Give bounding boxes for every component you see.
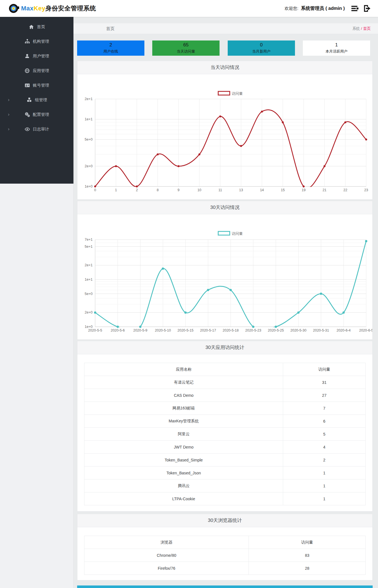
svg-text:11: 11 [218, 188, 222, 192]
page-title: 首页 [106, 23, 115, 34]
svg-text:2e+1: 2e+1 [85, 97, 93, 101]
session-list-icon[interactable] [350, 4, 360, 13]
table-cell: 阿里云 [84, 428, 283, 441]
app-title: MaxKey身份安全管理系统 [21, 4, 96, 13]
svg-text:1e+1: 1e+1 [85, 117, 93, 121]
column-header: 应用名称 [84, 363, 283, 376]
table-row: Firefox/7628 [84, 562, 366, 575]
maxkey-dashboard: MaxKey身份安全管理系统 欢迎您: 系统管理员 ( admin ) [0, 0, 378, 588]
table-cell: Chrome/80 [84, 549, 249, 562]
column-header: 访问量 [283, 363, 366, 376]
sidebar-item-label: 日志审计 [33, 127, 49, 132]
cubes-icon [26, 97, 32, 103]
sidebar-item-label: 配置管理 [33, 112, 49, 117]
stat-card-3: 0当月新用户 [228, 40, 295, 56]
sidebar-item-label: 机构管理 [33, 39, 49, 44]
home-icon [28, 24, 34, 30]
svg-text:2020-5-23: 2020-5-23 [245, 328, 261, 332]
app-visits-panel: 30天应用访问统计 应用名称访问量有道云笔记31CAS Demo27网易163邮… [77, 341, 373, 512]
svg-text:5e+0: 5e+0 [85, 138, 93, 141]
table-cell: 4 [283, 441, 366, 454]
sidebar-item-5[interactable]: 账号管理 [0, 78, 73, 93]
stat-card-1: 2用户在线 [77, 40, 144, 56]
table-cell: 5 [283, 428, 366, 441]
table-cell: 27 [283, 389, 366, 402]
table-cell: 31 [283, 376, 366, 389]
svg-text:22: 22 [343, 188, 347, 192]
sidebar-item-1[interactable]: 首页 [0, 19, 73, 34]
svg-text:5e+0: 5e+0 [85, 292, 93, 296]
svg-text:2020-6-4: 2020-6-4 [337, 328, 351, 332]
table-row: CAS Demo27 [84, 389, 366, 402]
sidebar-item-4[interactable]: 应用管理 [0, 63, 73, 78]
breadcrumb: 系统 / 首页 [352, 23, 371, 34]
sidebar-item-label: 组管理 [35, 97, 47, 103]
header-user-area: 欢迎您: 系统管理员 ( admin ) [285, 0, 372, 17]
today-visits-chart: 1e+02e+05e+01e+12e+101289101113141519212… [77, 74, 372, 200]
table-cell: 1 [283, 467, 366, 479]
stat-card-2: 65当天访问量 [152, 40, 220, 56]
chevron-right-icon: › [8, 127, 10, 131]
breadcrumb-current[interactable]: 首页 [363, 26, 371, 31]
browser-stats-panel: 30天浏览器统计 浏览器访问量Chrome/8083Firefox/7628 [77, 514, 373, 580]
maxkey-logo-icon [8, 3, 20, 14]
welcome-label: 欢迎您: [285, 6, 298, 11]
table-cell: JWT Demo [84, 441, 283, 454]
sitemap-icon [24, 39, 30, 44]
sidebar-item-2[interactable]: 机构管理 [0, 34, 73, 49]
svg-text:2020-5-30: 2020-5-30 [290, 328, 307, 332]
table-cell: LTPA-Cookie [84, 492, 283, 505]
svg-text:2020-5-5: 2020-5-5 [88, 328, 102, 332]
table-row: JWT Demo4 [84, 441, 366, 454]
globe-icon [24, 68, 30, 73]
table-row: MaxKey管理系统6 [84, 415, 366, 428]
table-cell: 腾讯云 [84, 479, 283, 492]
table-cell: 83 [249, 549, 366, 562]
stat-card-label: 当月新用户 [228, 49, 295, 54]
sidebar-item-label: 首页 [37, 24, 45, 30]
svg-text:14: 14 [260, 188, 264, 192]
eye-icon [24, 126, 30, 132]
logout-icon[interactable] [362, 4, 372, 13]
browser-table: 浏览器访问量Chrome/8083Firefox/7628 [84, 536, 366, 575]
table-cell: 1 [283, 479, 366, 492]
svg-text:2020-5-15: 2020-5-15 [178, 328, 194, 332]
table-cell: 1 [283, 492, 366, 505]
monthly-visits-panel-title: 30天访问情况 [77, 201, 372, 214]
app-visits-table-container: 应用名称访问量有道云笔记31CAS Demo27网易163邮箱7MaxKey管理… [77, 363, 372, 505]
today-visits-panel: 当天访问情况 1e+02e+05e+01e+12e+10128910111314… [77, 61, 373, 200]
sidebar-item-3[interactable]: 用户管理 [0, 49, 73, 63]
table-cell: CAS Demo [84, 389, 283, 402]
svg-text:访问量: 访问量 [232, 231, 243, 236]
sidebar-empty-strip [0, 184, 73, 588]
breadcrumb-root[interactable]: 系统 [352, 26, 360, 31]
column-header: 访问量 [249, 536, 366, 549]
sidebar-item-label: 应用管理 [33, 68, 49, 73]
svg-text:2020-5-17: 2020-5-17 [200, 328, 216, 332]
top-header: MaxKey身份安全管理系统 欢迎您: 系统管理员 ( admin ) [0, 0, 378, 17]
table-cell: Token_Based_Simple [84, 454, 283, 467]
stat-card-label: 用户在线 [77, 49, 144, 54]
svg-text:2e+1: 2e+1 [85, 263, 93, 267]
sidebar-item-6[interactable]: ›组管理 [0, 93, 73, 107]
breadcrumb-bar: 首页 系统 / 首页 [73, 23, 378, 34]
table-cell: MaxKey管理系统 [84, 415, 283, 428]
svg-text:1e+0: 1e+0 [85, 325, 93, 329]
svg-text:21: 21 [323, 188, 326, 192]
svg-text:5e+1: 5e+1 [85, 245, 93, 249]
today-visits-panel-title: 当天访问情况 [77, 61, 372, 74]
table-cell: 2 [283, 454, 366, 467]
svg-text:0: 0 [94, 188, 96, 192]
svg-text:访问量: 访问量 [232, 91, 243, 96]
table-cell: 网易163邮箱 [84, 402, 283, 415]
stat-card-label: 本月活跃用户 [303, 49, 370, 54]
svg-text:2020-5-25: 2020-5-25 [268, 328, 284, 332]
svg-text:1e+0: 1e+0 [85, 184, 93, 188]
sidebar-item-7[interactable]: ›配置管理 [0, 107, 73, 122]
table-row: Token_Based_Simple2 [84, 454, 366, 467]
stat-card-label: 当天访问量 [152, 49, 220, 54]
sidebar-item-label: 用户管理 [33, 53, 49, 59]
table-header-row: 浏览器访问量 [84, 536, 366, 549]
sidebar-item-8[interactable]: ›日志审计 [0, 122, 73, 136]
table-row: LTPA-Cookie1 [84, 492, 366, 505]
